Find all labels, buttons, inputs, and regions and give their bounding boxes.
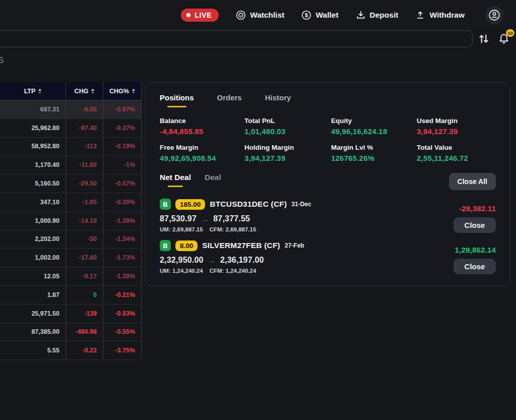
chg-cell: -11.80 [66, 156, 103, 174]
wallet-button[interactable]: $ Wallet [301, 10, 338, 21]
chg-cell: -17.60 [66, 249, 103, 267]
arrow-right-icon: → [201, 215, 209, 223]
chg-pct-cell: -0.87% [103, 100, 142, 118]
deposit-label: Deposit [370, 11, 399, 20]
truncated-heading: S [0, 55, 4, 66]
buy-side-badge: B [160, 240, 171, 251]
ltp-cell: 5.55 [0, 341, 66, 359]
stat-value: 3,94,127.39 [244, 154, 331, 162]
position-pnl: 1,29,862.14 [455, 246, 496, 254]
table-row[interactable]: 1,170.40 -11.80 -1% [0, 156, 142, 174]
watchlist-button[interactable]: Watchlist [235, 10, 284, 21]
close-all-button[interactable]: Close All [449, 173, 496, 190]
stat-value: 2,55,11,246.72 [417, 154, 496, 162]
sort-icon [132, 89, 135, 94]
sort-transfer-button[interactable] [477, 32, 490, 45]
position-entry: B 8.00 SILVERM27FEB (CF) 27-Feb 2,32,950… [160, 240, 496, 274]
ltp-cell: 1,170.40 [0, 156, 66, 174]
column-header-chg[interactable]: CHG [66, 82, 103, 100]
ltp-cell: 1,002.00 [0, 249, 66, 267]
notification-count-badge: 10 [506, 29, 514, 37]
chg-pct-cell: -0.53% [103, 305, 142, 323]
live-label: LIVE [195, 11, 212, 19]
live-dot-icon [186, 13, 190, 17]
close-position-button[interactable]: Close [454, 259, 496, 274]
stat-item: Balance -4,84,855.85 [160, 117, 244, 136]
chg-cell: -113 [66, 138, 103, 156]
position-pnl: -28,382.11 [459, 204, 496, 213]
deposit-button[interactable]: Deposit [355, 10, 399, 21]
chg-pct-cell: -0.37% [103, 119, 142, 137]
chg-pct-cell: -1% [103, 156, 142, 174]
chg-cell: -14.10 [66, 212, 103, 230]
wallet-icon: $ [301, 10, 312, 21]
stat-item: Total Value 2,55,11,246.72 [417, 144, 496, 162]
notifications-button[interactable]: 10 [498, 33, 510, 45]
profile-avatar[interactable] [485, 6, 503, 24]
quantity-badge: 185.00 [175, 199, 205, 210]
watchlist-label: Watchlist [250, 11, 284, 20]
arrow-right-icon: → [208, 256, 216, 265]
positions-panel: Positions Orders History Balance -4,84,8… [145, 82, 510, 286]
chg-pct-cell: -0.55% [103, 323, 142, 341]
stat-label: Margin Lvl % [331, 144, 417, 151]
ltp-cell: 12.05 [0, 267, 66, 285]
ltp-cell: 1.87 [0, 286, 66, 304]
current-price: 2,36,197.00 [220, 256, 264, 265]
chg-pct-cell: -1.39% [103, 267, 142, 285]
table-row[interactable]: 687.31 -6.05 -0.87% [0, 100, 142, 119]
table-row[interactable]: 25,971.50 -139 -0.53% [0, 305, 142, 323]
stat-value: 126765.26% [331, 154, 417, 162]
active-tab-underline [167, 106, 186, 107]
table-row[interactable]: 12.05 -0.17 -1.39% [0, 267, 142, 286]
panel-tabs: Positions Orders History [160, 93, 496, 107]
chg-pct-cell: -1.73% [103, 249, 142, 267]
entry-price: 87,530.97 [160, 214, 197, 223]
table-row[interactable]: 5,160.50 -29.50 -0.57% [0, 174, 142, 193]
table-row[interactable]: 1.87 0 -0.21% [0, 286, 142, 305]
sort-arrows-icon [477, 32, 490, 45]
tab-orders[interactable]: Orders [217, 93, 242, 107]
tab-history[interactable]: History [265, 93, 291, 107]
chg-cell: -480.98 [66, 323, 103, 341]
chg-pct-cell: -0.57% [103, 174, 142, 193]
table-row[interactable]: 58,952.80 -113 -0.19% [0, 138, 142, 156]
tab-positions[interactable]: Positions [160, 93, 194, 107]
watchlist-icon [235, 10, 246, 21]
column-header-ltp[interactable]: LTP [0, 82, 66, 100]
active-deal-underline [168, 186, 183, 187]
position-entry: B 185.00 BTCUSD31DEC (CF) 31-Dec 87,530.… [160, 199, 496, 233]
table-row[interactable]: 1,002.00 -17.60 -1.73% [0, 249, 142, 267]
live-badge[interactable]: LIVE [181, 9, 219, 22]
tab-deal[interactable]: Deal [205, 173, 221, 187]
table-row[interactable]: 347.10 -1.05 -0.30% [0, 193, 142, 212]
withdraw-icon [415, 10, 426, 21]
account-stats: Balance -4,84,855.85 Total PnL 1,01,480.… [160, 117, 496, 162]
stat-value: 1,01,480.03 [244, 127, 331, 136]
ltp-cell: 87,385.00 [0, 323, 66, 341]
chg-cell: -139 [66, 305, 103, 323]
chg-pct-cell: -1.39% [103, 212, 142, 230]
withdraw-button[interactable]: Withdraw [415, 10, 465, 21]
search-row: 10 [0, 30, 516, 49]
search-input[interactable] [0, 30, 473, 47]
stat-label: Used Margin [417, 117, 496, 125]
table-row[interactable]: 87,385.00 -480.98 -0.55% [0, 323, 142, 342]
positions-list: B 185.00 BTCUSD31DEC (CF) 31-Dec 87,530.… [160, 199, 496, 274]
column-header-chg-pct[interactable]: CHG% [103, 82, 142, 100]
table-row[interactable]: 1,000.90 -14.10 -1.39% [0, 212, 142, 230]
close-position-button[interactable]: Close [454, 217, 496, 233]
table-row[interactable]: 2,202.00 -30 -1.34% [0, 230, 142, 249]
chg-pct-cell: -0.21% [103, 286, 142, 304]
stat-value: -4,84,855.85 [160, 127, 244, 136]
ltp-cell: 687.31 [0, 100, 66, 118]
stat-item: Free Margin 49,92,65,908.54 [160, 144, 244, 162]
position-expiry: 27-Feb [285, 242, 304, 249]
ltp-cell: 1,000.90 [0, 212, 66, 230]
tab-net-deal[interactable]: Net Deal [160, 173, 191, 187]
table-row[interactable]: 5.55 -0.22 -3.75% [0, 341, 142, 360]
table-row[interactable]: 25,962.80 -97.40 -0.37% [0, 119, 142, 138]
stat-item: Margin Lvl % 126765.26% [331, 144, 417, 162]
stat-value: 49,92,65,908.54 [160, 154, 244, 162]
chg-pct-cell: -0.30% [103, 193, 142, 211]
